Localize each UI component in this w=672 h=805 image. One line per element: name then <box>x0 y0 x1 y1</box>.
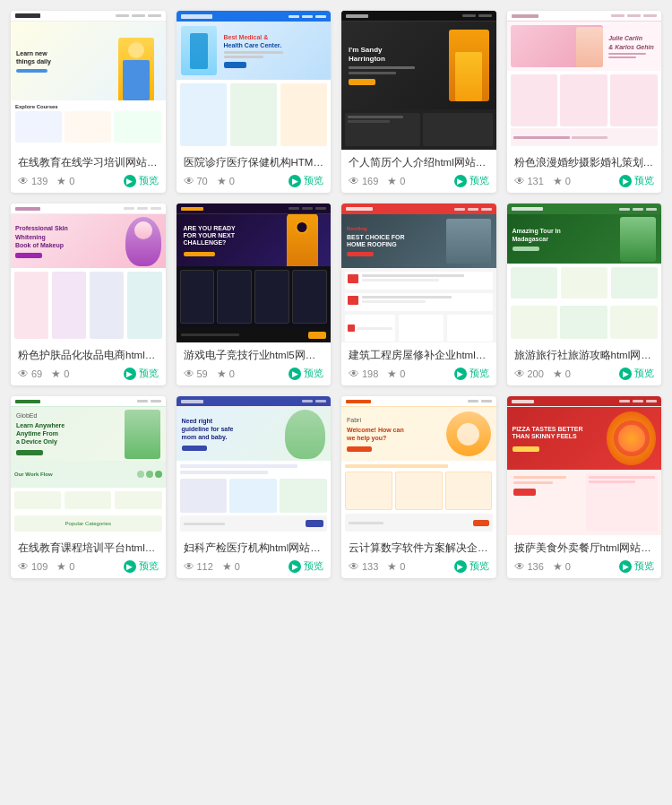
view-stat: 👁 70 <box>184 175 208 187</box>
star-stat: ★ 0 <box>51 368 69 380</box>
card-title: 妇科产检医疗机构html网站模板 <box>184 541 324 555</box>
preview-button[interactable]: ▶ 预览 <box>289 559 323 573</box>
template-card: Best Medical &Health Care Center. 医院诊疗 <box>177 11 332 193</box>
preview-button[interactable]: ▶ 预览 <box>619 367 654 380</box>
card-stats: 👁 69 ★ 0 <box>18 368 69 380</box>
card-info: 在线教育课程培训平台html网站模板 👁 109 ★ 0 ▶ 预览 <box>11 535 166 578</box>
template-card: Need rightguideline for safemom and baby… <box>177 396 332 578</box>
card-thumbnail[interactable]: Julie Carlin& Karlos Gehin <box>507 11 662 150</box>
star-icon: ★ <box>387 368 397 380</box>
card-thumbnail[interactable]: PIZZA TASTES BETTERTHAN SKINNY FEELS <box>507 396 662 535</box>
card-title: 披萨美食外卖餐厅html网站模板 <box>514 541 655 555</box>
card-thumbnail[interactable]: Learn newthings daily Explore Courses <box>11 11 166 150</box>
view-stat: 👁 198 <box>349 368 378 380</box>
star-icon: ★ <box>56 560 66 573</box>
card-stats: 👁 200 ★ 0 <box>514 368 571 380</box>
template-card: ARE YOU READYFOR YOUR NEXTCHALLENGE? <box>177 203 332 385</box>
preview-button[interactable]: ▶ 预览 <box>124 559 159 573</box>
preview-button[interactable]: ▶ 预览 <box>619 559 654 573</box>
card-meta: 👁 70 ★ 0 ▶ 预览 <box>184 174 324 187</box>
preview-icon: ▶ <box>454 368 467 380</box>
preview-icon: ▶ <box>619 175 632 187</box>
preview-icon: ▶ <box>289 560 301 573</box>
card-meta: 👁 59 ★ 0 ▶ 预览 <box>184 367 324 380</box>
template-card: Learn newthings daily Explore Courses <box>11 11 166 193</box>
preview-button[interactable]: ▶ 预览 <box>454 174 489 187</box>
view-stat: 👁 109 <box>18 560 47 573</box>
view-stat: 👁 112 <box>184 560 213 573</box>
card-thumbnail[interactable]: Professional SkinWhiteningBook of Makeup <box>11 203 166 342</box>
card-stats: 👁 198 ★ 0 <box>349 368 405 380</box>
star-icon: ★ <box>553 368 563 380</box>
star-icon: ★ <box>51 368 61 380</box>
card-title: 在线教育在线学习培训网站HTML模板 <box>18 155 159 169</box>
eye-icon: 👁 <box>18 560 29 573</box>
template-card: Amazing Tour InMadagascar <box>507 203 662 385</box>
preview-icon: ▶ <box>289 175 301 187</box>
template-card: Roofing BEST CHOICE FORHOME ROOFING <box>341 203 496 385</box>
view-stat: 👁 136 <box>514 560 544 573</box>
preview-button[interactable]: ▶ 预览 <box>454 559 489 573</box>
eye-icon: 👁 <box>514 175 525 187</box>
card-title: 粉色护肤品化妆品电商html5网站模板 <box>18 348 159 362</box>
template-card: Professional SkinWhiteningBook of Makeup <box>11 203 166 385</box>
card-stats: 👁 136 ★ 0 <box>514 560 571 573</box>
star-stat: ★ 0 <box>553 175 571 187</box>
preview-icon: ▶ <box>124 560 136 573</box>
view-stat: 👁 69 <box>18 368 42 380</box>
card-thumbnail[interactable]: GlobEd Learn AnywhereAnytime Froma Devic… <box>11 396 166 535</box>
template-card: Julie Carlin& Karlos Gehin <box>507 11 662 193</box>
template-card: I'm SandyHarrington <box>341 11 496 193</box>
preview-button[interactable]: ▶ 预览 <box>454 367 489 380</box>
star-stat: ★ 0 <box>222 560 240 573</box>
card-title: 医院诊疗医疗保健机构HTML5网站模板 <box>184 155 324 169</box>
card-title: 云计算数字软件方案解决企业应决业应... <box>349 541 489 555</box>
preview-button[interactable]: ▶ 预览 <box>289 174 323 187</box>
card-stats: 👁 133 ★ 0 <box>349 560 405 573</box>
card-info: 粉色护肤品化妆品电商html5网站模板 👁 69 ★ 0 ▶ 预览 <box>11 342 166 385</box>
card-info: 建筑工程房屋修补企业html网站模板 👁 198 ★ 0 ▶ 预览 <box>341 342 496 385</box>
card-meta: 👁 200 ★ 0 ▶ 预览 <box>514 367 655 380</box>
card-thumbnail[interactable]: ARE YOU READYFOR YOUR NEXTCHALLENGE? <box>177 203 332 342</box>
preview-button[interactable]: ▶ 预览 <box>289 367 323 380</box>
card-title: 旅游旅行社旅游攻略html网站模板 <box>514 348 655 362</box>
card-info: 妇科产检医疗机构html网站模板 👁 112 ★ 0 ▶ 预览 <box>177 535 332 578</box>
template-card: GlobEd Learn AnywhereAnytime Froma Devic… <box>11 396 166 578</box>
star-icon: ★ <box>56 175 66 187</box>
card-meta: 👁 169 ★ 0 ▶ 预览 <box>349 174 489 187</box>
star-stat: ★ 0 <box>56 175 74 187</box>
card-meta: 👁 112 ★ 0 ▶ 预览 <box>184 559 324 573</box>
view-stat: 👁 169 <box>349 175 378 187</box>
eye-icon: 👁 <box>349 560 359 573</box>
eye-icon: 👁 <box>18 175 29 187</box>
template-grid: Learn newthings daily Explore Courses <box>0 0 672 589</box>
card-title: 粉色浪漫婚纱摄影婚礼策划公司html <box>514 155 655 169</box>
card-meta: 👁 131 ★ 0 ▶ 预览 <box>514 174 655 187</box>
card-thumbnail[interactable]: Need rightguideline for safemom and baby… <box>177 396 332 535</box>
preview-button[interactable]: ▶ 预览 <box>124 367 159 380</box>
star-icon: ★ <box>217 175 227 187</box>
preview-button[interactable]: ▶ 预览 <box>124 174 159 187</box>
card-info: 云计算数字软件方案解决企业应决业应... 👁 133 ★ 0 ▶ 预览 <box>341 535 496 578</box>
card-thumbnail[interactable]: I'm SandyHarrington <box>341 11 496 150</box>
preview-button[interactable]: ▶ 预览 <box>619 174 654 187</box>
eye-icon: 👁 <box>18 368 29 380</box>
eye-icon: 👁 <box>349 368 359 380</box>
card-thumbnail[interactable]: Amazing Tour InMadagascar <box>507 203 662 342</box>
card-stats: 👁 70 ★ 0 <box>184 175 235 187</box>
preview-icon: ▶ <box>124 368 136 380</box>
card-title: 在线教育课程培训平台html网站模板 <box>18 541 159 555</box>
star-stat: ★ 0 <box>387 175 405 187</box>
card-info: 个人简历个人介绍html网站模板 👁 169 ★ 0 ▶ 预览 <box>341 150 496 193</box>
eye-icon: 👁 <box>184 368 194 380</box>
card-thumbnail[interactable]: Roofing BEST CHOICE FORHOME ROOFING <box>341 203 496 342</box>
card-meta: 👁 69 ★ 0 ▶ 预览 <box>18 367 159 380</box>
card-thumbnail[interactable]: Best Medical &Health Care Center. <box>177 11 332 150</box>
card-info: 旅游旅行社旅游攻略html网站模板 👁 200 ★ 0 ▶ 预览 <box>507 342 662 385</box>
card-meta: 👁 198 ★ 0 ▶ 预览 <box>349 367 489 380</box>
view-stat: 👁 59 <box>184 368 208 380</box>
card-meta: 👁 139 ★ 0 ▶ 预览 <box>18 174 159 187</box>
card-thumbnail[interactable]: Fabri Welcome! How canwe help you? <box>341 396 496 535</box>
star-icon: ★ <box>222 560 232 573</box>
view-stat: 👁 133 <box>349 560 378 573</box>
